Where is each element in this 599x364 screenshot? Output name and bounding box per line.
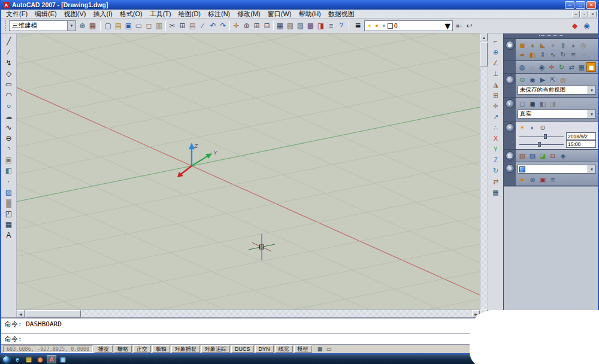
box-tool-icon[interactable]: ◼	[518, 40, 527, 50]
sphere-tool-icon[interactable]: ●	[548, 40, 558, 50]
hatch-icon[interactable]: ▨	[4, 187, 14, 197]
toolbar-grip[interactable]	[5, 20, 7, 31]
ucs-face-icon[interactable]: ⊥	[491, 69, 501, 78]
dropdown-arrow-icon[interactable]: ▼	[588, 165, 595, 173]
vertical-scroll-thumb[interactable]	[480, 43, 488, 66]
3d-wireframe-style-icon[interactable]: ◼	[528, 99, 537, 108]
date-slider[interactable]	[519, 134, 564, 139]
undo-icon[interactable]: ↶	[208, 21, 218, 31]
active-box-tool-icon[interactable]: ◼	[586, 62, 596, 72]
zoom-previous-icon[interactable]: ⊟	[262, 21, 272, 31]
menu-item[interactable]: 修改(M)	[234, 10, 264, 19]
paste-icon[interactable]: ▤	[187, 21, 198, 31]
polyline-icon[interactable]: ↯	[4, 57, 14, 68]
zoom-window-icon[interactable]: ⊞	[252, 21, 262, 31]
dropdown-arrow-icon[interactable]: ▼	[67, 21, 75, 31]
status-toggle-button[interactable]: 栅格	[114, 345, 132, 353]
zoom-realtime-icon[interactable]: ⊕	[241, 21, 252, 31]
camera-icon[interactable]: ◉	[528, 75, 537, 84]
menu-item[interactable]: 视图(V)	[60, 10, 90, 19]
ucs-world-icon[interactable]: ⊕	[491, 47, 501, 57]
layer-dropdown-arrow-icon[interactable]: ▼	[443, 21, 452, 31]
date-slider-thumb[interactable]	[544, 134, 547, 139]
extrude-tool-icon[interactable]: ◧	[528, 50, 537, 59]
construction-line-icon[interactable]: ∕	[4, 47, 14, 57]
ellipse-icon[interactable]: ⊖	[4, 133, 14, 143]
union-tool-icon[interactable]: ◍	[518, 62, 527, 72]
workspace-dropdown[interactable]: 三维建模 ▼	[9, 20, 76, 31]
sheet-set-manager-icon[interactable]: ▩	[305, 21, 316, 31]
conceptual-style-icon[interactable]: ◩	[558, 99, 568, 108]
menu-item[interactable]: 绘图(D)	[175, 10, 204, 19]
status-toggle-button[interactable]: 对象捕捉	[171, 345, 200, 353]
maximize-button[interactable]: □	[576, 1, 585, 9]
intersect-tool-icon[interactable]: ◉	[537, 62, 546, 72]
properties-icon[interactable]: ▦	[275, 21, 285, 31]
copy-icon[interactable]: ⊞	[177, 21, 187, 31]
mdi-close-button[interactable]: ×	[589, 11, 597, 17]
status-toggle-button[interactable]: DYN	[255, 345, 274, 353]
walk-icon[interactable]: ▶	[538, 75, 547, 84]
attach-material-icon[interactable]: ◈	[558, 151, 568, 160]
status-toggle-button[interactable]: 模型	[294, 345, 312, 353]
region-icon[interactable]: ◰	[4, 208, 14, 219]
cone-tool-icon[interactable]: ▴	[568, 40, 578, 50]
mdi-minimize-button[interactable]: –	[572, 11, 580, 17]
revolve-tool-icon[interactable]: ↻	[558, 50, 568, 59]
vertical-scrollbar[interactable]: ▲ ▼	[480, 34, 488, 317]
realistic-style-icon[interactable]: ◨	[548, 99, 558, 108]
point-light-icon[interactable]: ⊙	[538, 123, 547, 132]
dropdown-arrow-icon[interactable]: ▼	[588, 86, 595, 94]
point-icon[interactable]: ∙	[4, 176, 14, 186]
open-icon[interactable]: ▤	[113, 21, 123, 31]
polygon-icon[interactable]: ◇	[4, 68, 14, 78]
status-toggle-button[interactable]: 线宽	[275, 345, 293, 353]
line-icon[interactable]: ╱	[4, 36, 14, 46]
explorer-icon[interactable]: ▤	[24, 355, 34, 363]
ucs-apply-icon[interactable]: ⇄	[491, 177, 501, 186]
named-ucs-icon[interactable]: ▦	[491, 187, 501, 197]
arc-icon[interactable]: ◠	[4, 90, 14, 100]
rectangle-icon[interactable]: ▭	[4, 79, 14, 89]
image-viewer-icon[interactable]: ▣	[58, 355, 68, 363]
pyramid-tool-icon[interactable]: ▲	[528, 40, 537, 50]
render-region-icon[interactable]: ▣	[538, 175, 547, 184]
autocad-taskbar-icon[interactable]: A	[47, 355, 56, 363]
constrained-orbit-icon[interactable]: ⊙	[518, 75, 527, 84]
visual-style-panel-icon[interactable]: ◐	[506, 99, 515, 108]
ucs-icon[interactable]: ⌐	[491, 37, 501, 46]
time-slider[interactable]	[519, 141, 564, 147]
horizontal-scroll-thumb[interactable]	[26, 310, 81, 317]
insert-block-icon[interactable]: ▣	[4, 154, 14, 165]
subtract-tool-icon[interactable]: ◌	[527, 62, 536, 72]
layer-dropdown[interactable]: ●●●■ 0 ▼	[364, 20, 453, 31]
dashboard-grip[interactable]	[504, 34, 598, 39]
make-block-icon[interactable]: ◧	[4, 165, 14, 175]
make-object-layer-current-icon[interactable]: ⇤	[454, 21, 464, 31]
3d-make-panel-icon[interactable]: ◼	[506, 41, 515, 50]
menu-item[interactable]: 窗口(W)	[264, 10, 295, 19]
3d-rotate-tool-icon[interactable]: ↻	[557, 62, 566, 72]
status-tray-icon[interactable]: ▭	[325, 345, 333, 353]
layer-properties-icon[interactable]: ≣	[353, 21, 363, 31]
ucs-previous-icon[interactable]: ∠	[491, 58, 501, 68]
3d-align-tool-icon[interactable]: ⇄	[567, 62, 576, 72]
ucs-z-rotate-icon[interactable]: Z	[491, 155, 501, 165]
status-toggle-button[interactable]: DUCS	[231, 345, 254, 353]
ucs-zaxis-icon[interactable]: ↗	[491, 112, 501, 122]
menu-item[interactable]: 编辑(E)	[31, 10, 60, 19]
3d-move-tool-icon[interactable]: ✛	[547, 62, 556, 72]
render-panel-icon[interactable]: ⊛	[506, 164, 515, 173]
scroll-left-icon[interactable]: ◀	[17, 310, 25, 317]
menu-item[interactable]: 数据视图	[325, 10, 358, 19]
presspull-tool-icon[interactable]: ⇕	[538, 50, 547, 59]
plot-icon[interactable]: ▭	[134, 21, 144, 31]
fly-icon[interactable]: ⇱	[548, 75, 558, 84]
markup-set-manager-icon[interactable]: ◨	[316, 21, 326, 31]
ucs-object-icon[interactable]: ◮	[491, 80, 501, 89]
sweep-tool-icon[interactable]: ∿	[548, 50, 558, 59]
menu-item[interactable]: 文件(F)	[2, 10, 31, 19]
media-player-icon[interactable]: ◉	[35, 355, 45, 363]
ucs-x-rotate-icon[interactable]: X	[491, 134, 501, 143]
tool-palette-window-icon[interactable]: ▦	[87, 21, 98, 31]
